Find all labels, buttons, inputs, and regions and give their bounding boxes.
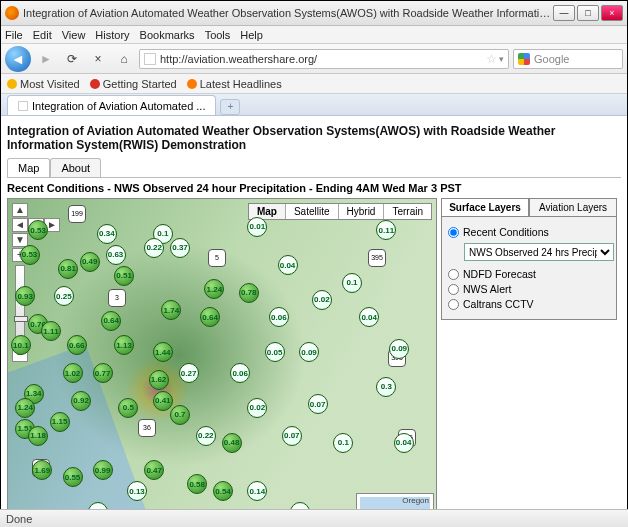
bookmarks-toolbar: Most Visited Getting Started Latest Head… [1,74,627,94]
menu-bookmarks[interactable]: Bookmarks [140,29,195,41]
pan-up-button[interactable]: ▲ [12,203,28,217]
precip-marker[interactable]: 0.81 [58,259,78,279]
highway-shield: 5 [208,249,226,267]
precip-marker[interactable]: 0.48 [222,433,242,453]
layer-option-recent-conditions[interactable]: Recent Conditions [448,226,610,238]
precip-marker[interactable]: 0.07 [308,394,328,414]
back-button[interactable]: ◄ [5,46,31,72]
bookmark-getting-started[interactable]: Getting Started [90,78,177,90]
precip-marker[interactable]: 0.04 [394,433,414,453]
tab-strip: Integration of Aviation Automated ... + [1,94,627,116]
precip-marker[interactable]: 1.44 [153,342,173,362]
status-bar: Done [0,509,628,527]
tab-surface-layers[interactable]: Surface Layers [441,198,529,216]
precip-marker[interactable]: 0.34 [97,224,117,244]
highway-shield: 3 [108,289,126,307]
precip-marker[interactable]: 1.62 [149,370,169,390]
map-type-satellite[interactable]: Satellite [286,204,339,219]
close-button[interactable]: × [601,5,623,21]
menu-tools[interactable]: Tools [205,29,231,41]
precip-marker[interactable]: 0.37 [170,238,190,258]
precip-marker[interactable]: 0.55 [63,467,83,487]
precip-marker[interactable]: 0.77 [93,363,113,383]
precip-marker[interactable]: 0.41 [153,391,173,411]
search-field[interactable]: Google [513,49,623,69]
page-icon [144,53,156,65]
layer-option-ndfd[interactable]: NDFD Forecast [448,268,610,280]
precip-marker[interactable]: 1.02 [63,363,83,383]
tab-map[interactable]: Map [7,158,50,177]
menu-view[interactable]: View [62,29,86,41]
precip-marker[interactable]: 1.15 [50,412,70,432]
radio-recent-conditions[interactable] [448,227,459,238]
home-button[interactable]: ⌂ [113,48,135,70]
google-icon [518,53,530,65]
recent-conditions-select[interactable]: NWS Observed 24 hrs Precip. [464,243,614,261]
precip-marker[interactable]: 0.1 [333,433,353,453]
bookmark-latest-headlines[interactable]: Latest Headlines [187,78,282,90]
precip-marker[interactable]: 0.63 [106,245,126,265]
highway-shield: 199 [68,205,86,223]
menu-history[interactable]: History [95,29,129,41]
menu-help[interactable]: Help [240,29,263,41]
url-field[interactable]: http://aviation.weathershare.org/ ☆ ▾ [139,49,509,69]
map-subtitle: Recent Conditions - NWS Observed 24 hour… [7,182,621,194]
precip-marker[interactable]: 0.05 [265,342,285,362]
precip-marker[interactable]: 0.27 [179,363,199,383]
new-tab-button[interactable]: + [220,99,240,115]
precip-marker[interactable]: 0.66 [67,335,87,355]
nav-toolbar: ◄ ► ⟳ × ⌂ http://aviation.weathershare.o… [1,44,627,74]
radio-nws-alert[interactable] [448,284,459,295]
maximize-button[interactable]: □ [577,5,599,21]
tab-aviation-layers[interactable]: Aviation Layers [529,198,617,216]
stop-button[interactable]: × [87,48,109,70]
bookmark-star-icon[interactable]: ☆ [486,52,497,66]
url-dropdown-icon[interactable]: ▾ [499,54,504,64]
precip-marker[interactable]: 1.24 [15,398,35,418]
page-content: Integration of Aviation Automated Weathe… [1,116,627,527]
status-text: Done [6,513,32,525]
layer-option-caltrans-cctv[interactable]: Caltrans CCTV [448,298,610,310]
rss-icon [187,79,197,89]
precip-marker[interactable]: 0.09 [299,342,319,362]
precip-marker[interactable]: 0.04 [278,255,298,275]
overview-label: Oregon [402,496,429,505]
precip-marker[interactable]: 0.7 [170,405,190,425]
map-type-terrain[interactable]: Terrain [384,204,431,219]
precip-marker[interactable]: 0.02 [312,290,332,310]
reload-button[interactable]: ⟳ [61,48,83,70]
menubar: File Edit View History Bookmarks Tools H… [1,26,627,44]
precip-marker[interactable]: 0.53 [20,245,40,265]
bookmark-most-visited[interactable]: Most Visited [7,78,80,90]
menu-edit[interactable]: Edit [33,29,52,41]
page-tabs: Map About [7,158,621,178]
menu-file[interactable]: File [5,29,23,41]
precip-marker[interactable]: 0.92 [71,391,91,411]
precip-marker[interactable]: 0.22 [196,426,216,446]
tab-about[interactable]: About [50,158,101,177]
precip-marker[interactable]: 0.64 [101,311,121,331]
precip-marker[interactable]: 0.22 [144,238,164,258]
pan-left-button[interactable]: ◄ [12,218,28,232]
precip-marker[interactable]: 1.18 [28,426,48,446]
window-title: Integration of Aviation Automated Weathe… [23,7,553,19]
map-viewport[interactable]: ▲ ◄ ⟳ ► ▼ + − Map Satellite Hybrid Terra… [7,198,437,527]
forward-button[interactable]: ► [35,48,57,70]
browser-tab[interactable]: Integration of Aviation Automated ... [7,95,216,115]
precip-marker[interactable]: 10.1 [11,335,31,355]
window-titlebar: Integration of Aviation Automated Weathe… [1,1,627,26]
layer-option-nws-alert[interactable]: NWS Alert [448,283,610,295]
radio-caltrans-cctv[interactable] [448,299,459,310]
precip-marker[interactable]: 0.99 [93,460,113,480]
precip-marker[interactable]: 0.09 [389,339,409,359]
radio-ndfd[interactable] [448,269,459,280]
minimize-button[interactable]: — [553,5,575,21]
tab-label: Integration of Aviation Automated ... [32,100,205,112]
precip-marker[interactable]: 0.49 [80,252,100,272]
precip-marker[interactable]: 0.07 [282,426,302,446]
precip-marker[interactable]: 0.78 [239,283,259,303]
map-type-hybrid[interactable]: Hybrid [339,204,385,219]
precip-marker[interactable]: 0.51 [114,266,134,286]
zoom-slider-thumb[interactable] [14,316,28,322]
precip-marker[interactable]: 0.1 [342,273,362,293]
